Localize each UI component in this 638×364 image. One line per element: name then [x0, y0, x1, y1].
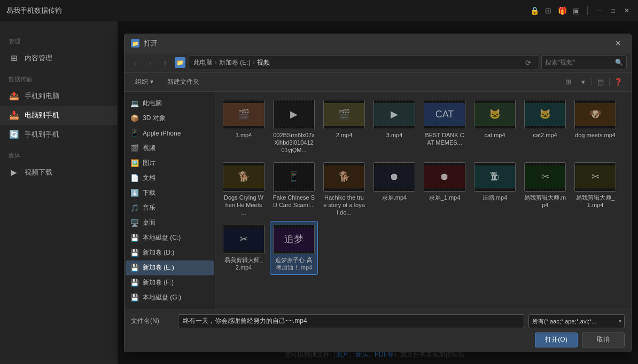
- file-item-file-11[interactable]: 🐕Hachiko the true story of a loyal do...: [320, 159, 368, 219]
- panel-item-local-g[interactable]: 💾本地磁盘 (G:): [126, 290, 214, 305]
- panel-item-new-vol-d[interactable]: 💾新加卷 (D:): [126, 246, 214, 260]
- film-strip-bottom: [223, 188, 264, 191]
- organize-arrow: ▾: [150, 78, 153, 85]
- window-icon[interactable]: ▣: [571, 6, 581, 15]
- thumb-content: 📱: [274, 165, 314, 188]
- file-item-file-1[interactable]: 🎬1.mp4: [220, 96, 268, 156]
- left-panel: 💻此电脑📦3D 对象📱Apple iPhone🎬视频🖼️图片📄文档⬇️下载🎵音乐…: [125, 92, 215, 310]
- preview-button[interactable]: ▤: [594, 75, 607, 88]
- breadcrumb-this-pc[interactable]: 此电脑: [193, 58, 213, 67]
- panel-item-this-pc[interactable]: 💻此电脑: [126, 96, 214, 111]
- file-item-file-10[interactable]: 📱Fake Chinese SD Card Scam!...: [270, 159, 318, 219]
- new-folder-button[interactable]: 新建文件夹: [162, 75, 205, 89]
- file-item-file-6[interactable]: 🐱cat.mp4: [471, 96, 519, 156]
- file-thumbnail-file-16: ✂: [574, 162, 616, 192]
- file-item-file-18[interactable]: 追梦追梦赤子心 高考加油！.mp4: [270, 221, 318, 275]
- file-name-file-2: 002BSrm6lx07xXihbd3i010412 01yjQM...: [273, 131, 315, 153]
- file-item-file-9[interactable]: 🐕Dogs Crying When He Meets ...: [220, 159, 268, 219]
- open-button[interactable]: 打开(O): [535, 333, 578, 347]
- nav-forward-button[interactable]: ›: [144, 56, 157, 69]
- panel-item-downloads[interactable]: ⬇️下载: [126, 186, 214, 201]
- panel-item-3d-objects[interactable]: 📦3D 对象: [126, 111, 214, 126]
- help-button[interactable]: ❓: [612, 75, 625, 88]
- thumb-content: ▶: [274, 103, 314, 126]
- file-thumbnail-file-18: 追梦: [273, 225, 315, 254]
- organize-button[interactable]: 组织 ▾: [131, 75, 158, 89]
- file-item-file-17[interactable]: ✂易我剪辑大师_2.mp4: [220, 221, 268, 275]
- file-thumbnail-file-4: ▶: [374, 100, 415, 129]
- file-name-file-1: 1.mp4: [236, 131, 252, 139]
- button-row: 打开(O) 取消: [131, 333, 625, 347]
- file-item-file-12[interactable]: ⏺录屏.mp4: [370, 159, 418, 219]
- panel-item-new-vol-f[interactable]: 💾新加卷 (F:): [126, 275, 214, 290]
- maximize-button[interactable]: □: [608, 6, 618, 15]
- file-thumbnail-file-1: 🎬: [223, 100, 264, 129]
- panel-item-new-vol-e[interactable]: 💾新加卷 (E:): [126, 260, 214, 275]
- panel-item-videos[interactable]: 🎬视频: [126, 141, 214, 156]
- dialog-icon: 📁: [131, 39, 139, 48]
- file-item-file-3[interactable]: 🎬2.mp4: [320, 96, 368, 156]
- sidebar-label-content-mgmt: 内容管理: [25, 53, 52, 63]
- organize-label: 组织: [135, 77, 148, 86]
- panel-item-pictures[interactable]: 🖼️图片: [126, 156, 214, 171]
- nav-back-button[interactable]: ‹: [129, 56, 142, 69]
- filename-row: 文件名(N): 所有(*.aac;*.ape;*.avi;*... ▾: [131, 314, 625, 328]
- film-strip-bottom: [424, 188, 465, 191]
- panel-item-music[interactable]: 🎵音乐: [126, 201, 214, 216]
- panel-item-apple-iphone[interactable]: 📱Apple iPhone: [126, 126, 214, 141]
- gift-icon[interactable]: 🎁: [557, 6, 567, 15]
- film-strip-bottom: [575, 126, 616, 129]
- panel-item-local-c[interactable]: 💾本地磁盘 (C:): [126, 231, 214, 246]
- file-name-file-18: 追梦赤子心 高考加油！.mp4: [273, 256, 315, 272]
- file-thumbnail-file-11: 🐕: [323, 162, 365, 192]
- file-item-file-13[interactable]: ⏺录屏_1.mp4: [421, 159, 469, 219]
- film-strip-bottom: [223, 251, 264, 254]
- file-name-file-3: 2.mp4: [336, 131, 353, 139]
- view-grid-button[interactable]: ⊞: [562, 75, 574, 88]
- file-item-file-8[interactable]: 🐶dog meets.mp4: [571, 96, 619, 156]
- sidebar-item-phone-to-phone[interactable]: 🔄 手机到手机: [0, 125, 118, 144]
- sidebar-section-transfer: 数据传输: [0, 72, 118, 86]
- minimize-button[interactable]: —: [594, 6, 604, 15]
- search-input[interactable]: [545, 59, 613, 66]
- nav-up-button[interactable]: ↑: [159, 56, 172, 69]
- breadcrumb-current[interactable]: 视频: [257, 58, 270, 67]
- search-box: 🔍: [541, 56, 627, 69]
- sidebar-item-video-download[interactable]: ▶ 视频下载: [0, 163, 118, 182]
- app-close-button[interactable]: ✕: [622, 6, 632, 15]
- film-strip-bottom: [525, 126, 565, 129]
- panel-item-documents[interactable]: 📄文档: [126, 171, 214, 186]
- file-item-file-16[interactable]: ✂易我剪辑大师_1.mp4: [571, 159, 619, 219]
- lock-icon[interactable]: 🔒: [530, 6, 539, 15]
- file-thumbnail-file-9: 🐕: [223, 162, 264, 192]
- film-strip-bottom: [374, 126, 415, 129]
- divider2: [609, 77, 610, 86]
- file-item-file-15[interactable]: ✂易我剪辑大师.mp4: [521, 159, 569, 219]
- cancel-button[interactable]: 取消: [582, 333, 625, 347]
- dialog-close-button[interactable]: ✕: [612, 38, 625, 49]
- panel-icon-new-vol-e: 💾: [130, 263, 139, 273]
- filetype-select[interactable]: 所有(*.aac;*.ape;*.avi;*...: [528, 314, 625, 328]
- sidebar-item-phone-to-pc[interactable]: 📤 手机到电脑: [0, 86, 118, 106]
- thumb-content: ✂: [223, 228, 264, 251]
- refresh-button[interactable]: ⟳: [522, 56, 534, 69]
- view-arrow[interactable]: ▾: [577, 75, 589, 88]
- dialog-nav-bar: 组织 ▾ 新建文件夹 ⊞ ▾ ▤ ❓: [125, 73, 631, 92]
- sidebar-item-pc-to-phone[interactable]: 📥 电脑到手机: [0, 106, 118, 125]
- panel-item-desktop[interactable]: 🖥️桌面: [126, 216, 214, 231]
- file-item-file-2[interactable]: ▶002BSrm6lx07xXihbd3i010412 01yjQM...: [270, 96, 318, 156]
- phone-to-pc-icon: 📤: [9, 91, 19, 101]
- file-item-file-5[interactable]: CATBEST DANK CAT MEMES...: [421, 96, 469, 156]
- film-strip-bottom: [575, 188, 616, 191]
- filename-input[interactable]: [178, 314, 524, 328]
- file-item-file-14[interactable]: 🗜压缩.mp4: [471, 159, 519, 219]
- file-item-file-4[interactable]: ▶3.mp4: [370, 96, 418, 156]
- breadcrumb-drive[interactable]: 新加卷 (E:): [219, 58, 251, 67]
- file-name-file-7: cat2.mp4: [533, 131, 557, 139]
- sidebar-item-content-mgmt[interactable]: ⊞ 内容管理: [0, 49, 118, 68]
- thumb-content: 🎬: [324, 103, 364, 126]
- thumb-content: 追梦: [274, 228, 314, 251]
- panel-icon-desktop: 🖥️: [130, 218, 139, 228]
- grid-icon[interactable]: ⊞: [543, 6, 553, 15]
- file-item-file-7[interactable]: 🐱cat2.mp4: [521, 96, 569, 156]
